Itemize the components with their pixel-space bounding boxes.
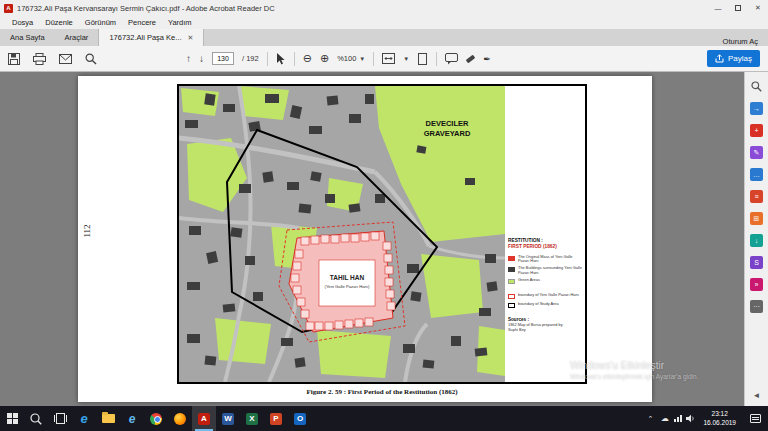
toolbar-divider bbox=[373, 52, 374, 66]
tab-tools[interactable]: Araçlar bbox=[55, 29, 99, 46]
close-tab-icon[interactable]: ✕ bbox=[188, 34, 194, 42]
task-view-button[interactable] bbox=[48, 406, 72, 431]
comment-tool-button[interactable] bbox=[445, 53, 458, 65]
collapse-panel-arrow[interactable]: ◄ bbox=[753, 391, 761, 400]
share-icon bbox=[715, 54, 724, 63]
draw-tool-button[interactable]: ✒ bbox=[483, 54, 491, 64]
han-title-label: TAHIL HAN bbox=[330, 274, 365, 281]
menu-gorunum[interactable]: Görünüm bbox=[79, 18, 122, 27]
graveyard-label-line2: GRAVEYARD bbox=[424, 129, 471, 138]
edit-pdf-button[interactable]: ✎ bbox=[749, 145, 765, 160]
panel-search-button[interactable] bbox=[749, 79, 765, 94]
comment-bubble-icon bbox=[445, 53, 458, 65]
single-page-icon bbox=[417, 53, 428, 65]
action-center-icon bbox=[750, 414, 761, 423]
taskbar-acrobat[interactable]: A bbox=[192, 406, 216, 431]
select-tool-button[interactable] bbox=[276, 53, 286, 65]
share-button[interactable]: Paylaş bbox=[707, 50, 760, 67]
legend-item: Green Areas bbox=[508, 278, 582, 284]
page-view-button[interactable] bbox=[417, 53, 428, 65]
tray-expand-caret[interactable]: ⌃ bbox=[643, 415, 659, 423]
chevron-down-icon[interactable]: ▼ bbox=[403, 56, 409, 62]
close-button[interactable]: ✕ bbox=[748, 0, 768, 16]
action-center-button[interactable] bbox=[742, 406, 768, 431]
save-icon bbox=[8, 53, 20, 65]
powerpoint-icon: P bbox=[270, 413, 282, 425]
fit-width-button[interactable] bbox=[382, 53, 395, 64]
find-button[interactable] bbox=[85, 53, 97, 65]
taskbar-search-button[interactable] bbox=[24, 406, 48, 431]
figure-frame: TAHIL HAN (Yeni Galle Pazarı Hanı) DEVEC… bbox=[177, 84, 587, 384]
compress-pdf-button[interactable]: ↓ bbox=[749, 233, 765, 248]
toolbar-divider bbox=[294, 52, 295, 66]
taskbar-excel[interactable]: X bbox=[240, 406, 264, 431]
combine-files-button[interactable]: ≡ bbox=[749, 189, 765, 204]
email-icon bbox=[59, 54, 72, 64]
zoom-out-button[interactable]: ⊖ bbox=[303, 53, 312, 64]
graveyard-label-line1: DEVECILER bbox=[426, 119, 470, 128]
export-pdf-icon: → bbox=[750, 102, 763, 115]
export-pdf-button[interactable]: → bbox=[749, 101, 765, 116]
figure-caption: Figure 2. 59 : First Period of the Resti… bbox=[177, 388, 587, 396]
tab-home[interactable]: Ana Sayfa bbox=[0, 29, 55, 46]
next-page-button[interactable]: ↓ bbox=[199, 53, 204, 64]
organize-pages-button[interactable]: ⊞ bbox=[749, 211, 765, 226]
menu-bar: Dosya Düzenle Görünüm Pencere Yardım bbox=[0, 16, 768, 29]
taskbar-outlook[interactable]: O bbox=[288, 406, 312, 431]
edge-icon: e bbox=[80, 412, 87, 425]
volume-tray-icon[interactable] bbox=[684, 414, 697, 423]
save-button[interactable] bbox=[8, 53, 20, 65]
title-bar: A 176732.Ali Paşa Kervansarayı Sermin Ça… bbox=[0, 0, 768, 16]
fill-sign-button[interactable]: S bbox=[749, 255, 765, 270]
tab-bar: Ana Sayfa Araçlar 176732.Ali Paşa Ke... … bbox=[0, 29, 768, 46]
taskbar-chrome[interactable] bbox=[144, 406, 168, 431]
tab-document[interactable]: 176732.Ali Paşa Ke... ✕ bbox=[98, 29, 204, 46]
email-button[interactable] bbox=[59, 54, 72, 64]
taskbar-file-explorer[interactable] bbox=[96, 406, 120, 431]
han-subtitle-label: (Yeni Galle Pazarı Hanı) bbox=[325, 284, 371, 289]
highlighter-icon bbox=[466, 54, 476, 63]
more-tools-button[interactable]: ⋯ bbox=[749, 299, 765, 314]
legend-swatch-green-fill bbox=[508, 279, 515, 284]
send-for-signature-button[interactable]: » bbox=[749, 277, 765, 292]
taskbar-internet-explorer[interactable]: e bbox=[120, 406, 144, 431]
speaker-icon bbox=[686, 414, 695, 423]
menu-dosya[interactable]: Dosya bbox=[6, 18, 39, 27]
windows-logo-icon bbox=[7, 413, 18, 424]
zoom-in-button[interactable]: ⊕ bbox=[320, 53, 329, 64]
outlook-icon: O bbox=[294, 413, 306, 425]
compress-pdf-icon: ↓ bbox=[750, 234, 763, 247]
page-number-input[interactable]: 130 bbox=[212, 52, 234, 65]
taskbar-clock[interactable]: 23:12 16.06.2019 bbox=[697, 410, 742, 426]
taskbar-powerpoint[interactable]: P bbox=[264, 406, 288, 431]
taskbar-word[interactable]: W bbox=[216, 406, 240, 431]
maximize-button[interactable] bbox=[728, 0, 748, 16]
sign-in-button[interactable]: Oturum Aç bbox=[723, 37, 768, 46]
network-tray-icon[interactable] bbox=[671, 415, 684, 422]
menu-yardim[interactable]: Yardım bbox=[162, 18, 198, 27]
highlight-tool-button[interactable] bbox=[466, 57, 475, 61]
legend-swatch-black-fill bbox=[508, 267, 515, 272]
taskbar-firefox[interactable] bbox=[168, 406, 192, 431]
start-button[interactable] bbox=[0, 406, 24, 431]
onedrive-tray-icon[interactable]: ☁ bbox=[658, 414, 671, 423]
task-view-icon bbox=[54, 413, 67, 424]
menu-duzenle[interactable]: Düzenle bbox=[39, 18, 79, 27]
main-toolbar: ↑ ↓ 130 / 192 ⊖ ⊕ %100 ▼ ▼ bbox=[0, 46, 768, 72]
toolbar-divider bbox=[267, 52, 268, 66]
comment-button[interactable]: … bbox=[749, 167, 765, 182]
search-icon bbox=[30, 413, 42, 425]
previous-page-button[interactable]: ↑ bbox=[186, 53, 191, 64]
window-title: 176732.Ali Paşa Kervansarayı Sermin Çakı… bbox=[17, 4, 708, 13]
combine-files-icon: ≡ bbox=[750, 190, 763, 203]
zoom-level-select[interactable]: %100 ▼ bbox=[337, 54, 365, 63]
legend-item: boundary of Study Area bbox=[508, 302, 582, 308]
minimize-button[interactable]: — bbox=[708, 0, 728, 16]
send-signature-icon: » bbox=[750, 278, 763, 291]
organize-pages-icon: ⊞ bbox=[750, 212, 763, 225]
taskbar-edge[interactable]: e bbox=[72, 406, 96, 431]
menu-pencere[interactable]: Pencere bbox=[122, 18, 162, 27]
print-button[interactable] bbox=[33, 53, 46, 65]
create-pdf-button[interactable]: + bbox=[749, 123, 765, 138]
legend-sources: Sources : 1862 Map of Bursa prepared by … bbox=[508, 317, 582, 332]
